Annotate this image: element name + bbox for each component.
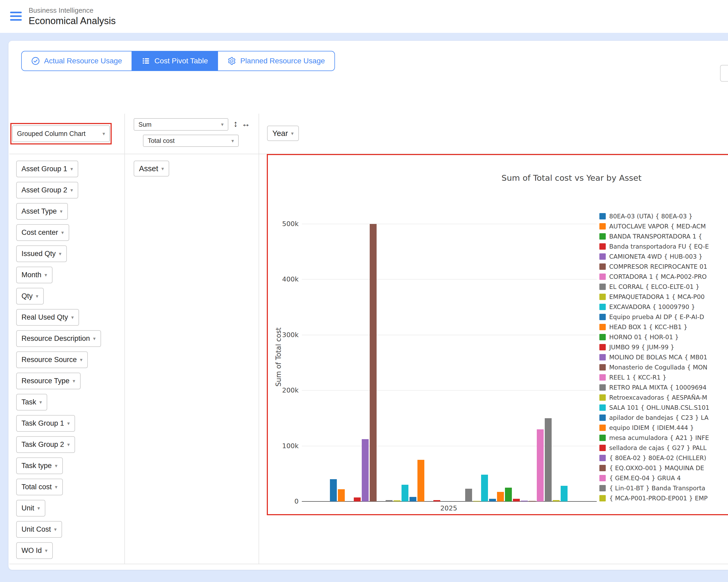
legend-swatch [599, 485, 606, 491]
legend-label: { 80EA-02 } 80EA-02 (CHILLER) [609, 454, 706, 462]
bar [338, 489, 345, 501]
chevron-down-icon: ▾ [71, 166, 73, 172]
legend-item[interactable]: EXCAVADORA { 10009790 } [599, 302, 728, 312]
legend-label: CORTADORA 1 { MCA-P002-PRO [609, 273, 707, 280]
chart-legend: 80EA-03 (UTA) { 80EA-03 }AUTOCLAVE VAPOR… [599, 211, 728, 503]
tab-label: Cost Pivot Table [154, 57, 208, 65]
legend-item[interactable]: apilador de bandejas { C23 } LA [599, 413, 728, 423]
legend-item[interactable]: equipo IDIEM { IDIEM.444 } [599, 423, 728, 433]
legend-item[interactable]: EMPAQUETADORA 1 { MCA-P00 [599, 292, 728, 302]
legend-item[interactable]: selladora de cajas { G27 } PALL [599, 443, 728, 453]
field-chip-task-group-2[interactable]: Task Group 2▾ [16, 436, 75, 453]
field-chip-unit-cost[interactable]: Unit Cost▾ [16, 521, 62, 538]
sort-vertical-icon[interactable]: ↕ [233, 119, 238, 129]
bar [433, 500, 440, 501]
collapsed-side-panel[interactable] [720, 65, 728, 82]
field-chip-wo-id[interactable]: WO Id▾ [16, 542, 53, 559]
sort-horizontal-icon[interactable]: ↔ [242, 119, 250, 129]
legend-label: Monasterio de Cogullada { MON [609, 364, 707, 371]
legend-item[interactable]: Monasterio de Cogullada { MON [599, 362, 728, 372]
chevron-down-icon: ▾ [291, 130, 294, 137]
legend-item[interactable]: BANDA TRANSPORTADORA 1 { [599, 231, 728, 242]
field-chip-task-type[interactable]: Task type▾ [16, 458, 63, 474]
bar [473, 501, 480, 501]
legend-item[interactable]: JUMBO 99 { JUM-99 } [599, 342, 728, 352]
bar [513, 499, 520, 501]
tab-cost-pivot-table[interactable]: Cost Pivot Table [132, 51, 218, 71]
legend-item[interactable]: EL CORRAL { ELCO-ELTE-01 } [599, 282, 728, 292]
gridline [302, 224, 597, 224]
legend-item[interactable]: AUTOCLAVE VAPOR { MED-ACM [599, 221, 728, 231]
legend-swatch [599, 465, 606, 471]
legend-item[interactable]: { EQ.OXXO-001 } MAQUINA DE [599, 463, 728, 473]
aggregator-select[interactable]: Sum ▾ [134, 118, 228, 131]
row-zone-chip-asset[interactable]: Asset ▾ [134, 161, 169, 176]
sort-controls: ↕ ↔ [233, 119, 250, 129]
divider [259, 114, 259, 564]
chevron-down-icon: ▾ [67, 420, 70, 426]
field-chip-asset-group-2[interactable]: Asset Group 2▾ [16, 182, 78, 198]
gridline [302, 279, 597, 280]
legend-item[interactable]: HORNO 01 { HOR-01 } [599, 332, 728, 342]
field-chip-task-group-1[interactable]: Task Group 1▾ [16, 415, 75, 432]
legend-swatch [599, 233, 606, 240]
field-chip-issued-qty[interactable]: Issued Qty▾ [16, 245, 67, 262]
legend-item[interactable]: { GEM.EQ-04 } GRUA 4 [599, 473, 728, 483]
legend-label: HORNO 01 { HOR-01 } [609, 334, 679, 340]
legend-item[interactable]: { 80EA-02 } 80EA-02 (CHILLER) [599, 453, 728, 463]
legend-item[interactable]: Retroexcavadoras { AESPAÑA-M [599, 392, 728, 403]
legend-item[interactable]: { Lin-01-BT } Banda Transporta [599, 483, 728, 493]
tab-actual-resource-usage[interactable]: Actual Resource Usage [21, 51, 132, 71]
menu-icon[interactable] [10, 12, 22, 21]
legend-item[interactable]: HEAD BOX 1 { KCC-HB1 } [599, 322, 728, 332]
field-chip-resource-source[interactable]: Resource Source▾ [16, 352, 88, 368]
field-chip-resource-type[interactable]: Resource Type▾ [16, 372, 81, 389]
gridline [302, 390, 597, 391]
legend-swatch [599, 455, 606, 461]
legend-item[interactable]: COMPRESOR RECIPROCANTE 01 [599, 261, 728, 272]
field-chip-label: Asset Group 1 [22, 165, 67, 173]
field-chip-label: Asset Type [22, 207, 57, 216]
aggregator-field-select[interactable]: Total cost ▾ [143, 135, 239, 147]
field-chip-task[interactable]: Task▾ [16, 394, 47, 411]
field-chip-real-used-qty[interactable]: Real Used Qty▾ [16, 309, 79, 326]
legend-label: EXCAVADORA { 10009790 } [609, 303, 695, 310]
field-chip-asset-group-1[interactable]: Asset Group 1▾ [16, 161, 78, 177]
column-zone-chip-year[interactable]: Year ▾ [267, 126, 299, 141]
field-chip-qty[interactable]: Qty▾ [16, 288, 44, 305]
chevron-down-icon: ▾ [61, 229, 64, 235]
legend-label: mesa acumuladora { A21 } INFE [609, 434, 709, 441]
legend-item[interactable]: REEL 1 { KCC-R1 } [599, 372, 728, 383]
legend-swatch [599, 274, 606, 280]
legend-item[interactable]: Equipo prueba AI DP { E-P-AI-D [599, 312, 728, 322]
bar [330, 479, 337, 501]
field-chip-unit[interactable]: Unit▾ [16, 500, 45, 517]
field-chip-total-cost[interactable]: Total cost▾ [16, 479, 63, 495]
tab-planned-resource-usage[interactable]: Planned Resource Usage [217, 51, 335, 71]
legend-label: EMPAQUETADORA 1 { MCA-P00 [609, 294, 705, 300]
chevron-down-icon: ▾ [67, 442, 70, 448]
legend-item[interactable]: Banda transportadora FU { EQ-E [599, 242, 728, 251]
legend-item[interactable]: CAMIONETA 4WD { HUB-003 } [599, 251, 728, 261]
chart-type-select[interactable]: Grouped Column Chart ▾ [12, 126, 110, 142]
legend-item[interactable]: MOLINO DE BOLAS MCA { MB01 [599, 352, 728, 362]
legend-item[interactable]: { MCA-P001-PROD-EP001 } EMP [599, 493, 728, 503]
legend-label: RETRO PALA MIXTA { 10009694 [609, 384, 706, 391]
legend-label: JUMBO 99 { JUM-99 } [609, 344, 674, 351]
app-header: Business Intelligence Economical Analysi… [0, 0, 728, 33]
bar [481, 475, 488, 501]
field-chip-cost-center[interactable]: Cost center▾ [16, 224, 69, 241]
legend-item[interactable]: SALA 101 { OHL.UNAB.CSL.S101 [599, 403, 728, 413]
legend-swatch [599, 324, 606, 330]
field-chip-resource-description[interactable]: Resource Description▾ [16, 330, 101, 347]
field-chip-asset-type[interactable]: Asset Type▾ [16, 203, 68, 220]
chevron-down-icon: ▾ [54, 526, 57, 532]
legend-item[interactable]: RETRO PALA MIXTA { 10009694 [599, 383, 728, 392]
legend-item[interactable]: 80EA-03 (UTA) { 80EA-03 } [599, 211, 728, 221]
legend-item[interactable]: CORTADORA 1 { MCA-P002-PRO [599, 272, 728, 282]
legend-item[interactable]: mesa acumuladora { A21 } INFE [599, 433, 728, 443]
gridline [302, 335, 597, 335]
chevron-down-icon: ▾ [45, 272, 47, 278]
chevron-down-icon: ▾ [73, 378, 75, 384]
field-chip-month[interactable]: Month▾ [16, 267, 53, 283]
